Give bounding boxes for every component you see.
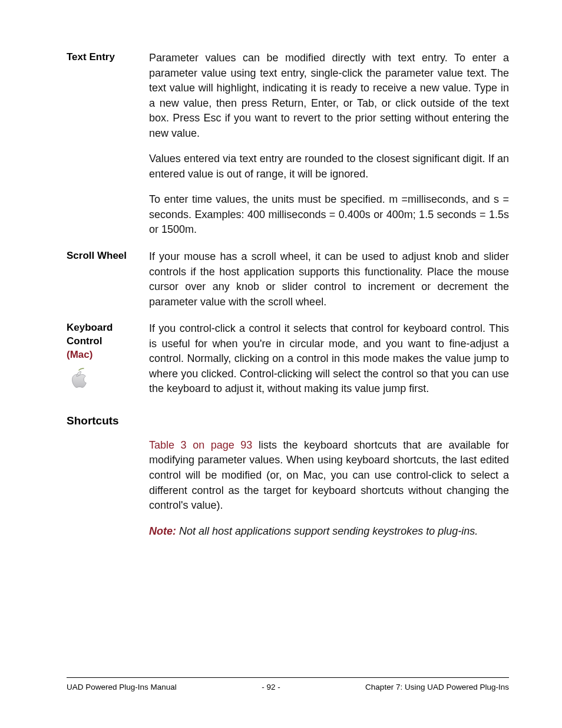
row-keyboard-control: Keyboard Control (Mac) If you control-cl <box>67 321 509 397</box>
label-keyboard-control: Keyboard Control (Mac) <box>67 321 149 390</box>
apple-logo-icon <box>67 367 149 390</box>
label-keyboard-mac: (Mac) <box>67 348 149 362</box>
scroll-wheel-p1: If your mouse has a scroll wheel, it can… <box>149 249 509 309</box>
label-keyboard-line1: Keyboard <box>67 321 149 335</box>
body-text-entry: Parameter values can be modified directl… <box>149 51 509 238</box>
body-scroll-wheel: If your mouse has a scroll wheel, it can… <box>149 249 509 309</box>
shortcuts-p1: Table 3 on page 93 lists the keyboard sh… <box>149 438 509 513</box>
label-text-entry: Text Entry <box>67 51 149 64</box>
page: Text Entry Parameter values can be modif… <box>0 0 562 728</box>
row-text-entry: Text Entry Parameter values can be modif… <box>67 51 509 238</box>
row-shortcuts: Table 3 on page 93 lists the keyboard sh… <box>67 438 509 539</box>
body-keyboard-control: If you control-click a control it select… <box>149 321 509 397</box>
footer-left: UAD Powered Plug-Ins Manual <box>67 683 177 691</box>
body-shortcuts: Table 3 on page 93 lists the keyboard sh… <box>149 438 509 539</box>
note-body: Not all host applications support sendin… <box>176 525 478 537</box>
note-label: Note: <box>149 525 176 537</box>
row-scroll-wheel: Scroll Wheel If your mouse has a scroll … <box>67 249 509 309</box>
label-keyboard-line2: Control <box>67 335 149 348</box>
label-scroll-wheel: Scroll Wheel <box>67 249 149 263</box>
footer-center: - 92 - <box>262 683 280 691</box>
heading-shortcuts: Shortcuts <box>67 414 509 427</box>
footer-right: Chapter 7: Using UAD Powered Plug-Ins <box>365 683 509 691</box>
keyboard-control-p1: If you control-click a control it select… <box>149 321 509 397</box>
text-entry-p3: To enter time values, the units must be … <box>149 192 509 238</box>
shortcuts-note: Note: Not all host applications support … <box>149 524 509 539</box>
text-entry-p1: Parameter values can be modified directl… <box>149 51 509 141</box>
shortcuts-table-link[interactable]: Table 3 on page 93 <box>149 439 252 451</box>
text-entry-p2: Values entered via text entry are rounde… <box>149 151 509 182</box>
page-footer: UAD Powered Plug-Ins Manual - 92 - Chapt… <box>67 677 509 691</box>
